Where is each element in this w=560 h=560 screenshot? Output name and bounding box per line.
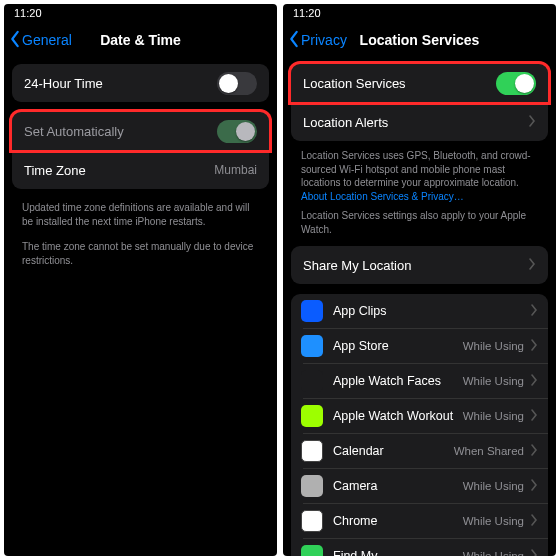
card-share-location: Share My Location [291,246,548,284]
app-row[interactable]: App StoreWhile Using [291,329,548,363]
app-icon [301,440,323,462]
back-button[interactable]: General [8,22,72,58]
phone-location-services: 11:20 Privacy Location Services Location… [283,4,556,556]
page-title: Date & Time [100,32,181,48]
app-name: Apple Watch Workout [333,409,463,423]
app-status: While Using [463,340,524,352]
status-bar: 11:20 [283,4,556,22]
back-label: General [22,32,72,48]
toggle-location-services[interactable] [496,72,536,95]
app-icon [301,405,323,427]
app-row[interactable]: Find MyWhile Using [291,539,548,556]
row-location-alerts[interactable]: Location Alerts [291,103,548,141]
app-status: While Using [463,550,524,556]
app-row[interactable]: ChromeWhile Using [291,504,548,538]
row-label: 24-Hour Time [24,76,103,91]
card-24hour: 24-Hour Time [12,64,269,102]
row-value: Mumbai [214,163,257,177]
app-name: Find My [333,549,463,556]
card-timezone: Time Zone Mumbai [12,150,269,189]
status-time: 11:20 [14,7,42,19]
nav-bar: General Date & Time [4,22,277,58]
footer-text-2: The time zone cannot be set manually due… [12,238,269,277]
app-status: While Using [463,410,524,422]
footer-description: Location Services uses GPS, Bluetooth, a… [291,147,548,209]
nav-bar: Privacy Location Services [283,22,556,58]
app-name: Apple Watch Faces [333,374,463,388]
row-label: Set Automatically [24,124,124,139]
chevron-right-icon [530,409,538,424]
app-status: While Using [463,480,524,492]
chevron-right-icon [528,115,536,130]
card-location-alerts: Location Alerts [291,102,548,141]
chevron-right-icon [530,514,538,529]
app-status: While Using [463,375,524,387]
page-title: Location Services [360,32,480,48]
app-icon [301,475,323,497]
chevron-right-icon [528,258,536,273]
app-list: App ClipsApp StoreWhile UsingApple Watch… [291,294,548,556]
status-time: 11:20 [293,7,321,19]
card-location-services: Location Services [291,64,548,102]
app-row[interactable]: CameraWhile Using [291,469,548,503]
row-label: Time Zone [24,163,86,178]
card-set-auto: Set Automatically [12,112,269,150]
status-bar: 11:20 [4,4,277,22]
app-row[interactable]: App Clips [291,294,548,328]
back-button[interactable]: Privacy [287,22,347,58]
row-label: Location Alerts [303,115,388,130]
toggle-24hour[interactable] [217,72,257,95]
chevron-right-icon [530,339,538,354]
chevron-left-icon [8,30,22,51]
row-24hour[interactable]: 24-Hour Time [12,64,269,102]
row-label: Location Services [303,76,406,91]
app-status: When Shared [454,445,524,457]
app-icon [301,510,323,532]
chevron-left-icon [287,30,301,51]
chevron-right-icon [530,374,538,389]
row-set-automatically[interactable]: Set Automatically [12,112,269,150]
about-link[interactable]: About Location Services & Privacy… [301,191,464,202]
row-timezone[interactable]: Time Zone Mumbai [12,151,269,189]
chevron-right-icon [530,479,538,494]
chevron-right-icon [530,549,538,557]
app-row[interactable]: CalendarWhen Shared [291,434,548,468]
back-label: Privacy [301,32,347,48]
app-icon [301,335,323,357]
chevron-right-icon [530,304,538,319]
app-icon [301,545,323,556]
app-icon [301,300,323,322]
app-icon [301,370,323,392]
footer-text-1: Updated time zone definitions are availa… [12,199,269,238]
app-name: Chrome [333,514,463,528]
chevron-right-icon [530,444,538,459]
toggle-set-auto[interactable] [217,120,257,143]
app-name: App Clips [333,304,524,318]
row-share-my-location[interactable]: Share My Location [291,246,548,284]
footer-description-2: Location Services settings also apply to… [291,209,548,246]
app-name: App Store [333,339,463,353]
phone-date-time: 11:20 General Date & Time 24-Hour Time S… [4,4,277,556]
app-status: While Using [463,515,524,527]
row-label: Share My Location [303,258,411,273]
app-name: Calendar [333,444,454,458]
app-name: Camera [333,479,463,493]
app-row[interactable]: Apple Watch WorkoutWhile Using [291,399,548,433]
row-location-services[interactable]: Location Services [291,64,548,102]
app-row[interactable]: Apple Watch FacesWhile Using [291,364,548,398]
